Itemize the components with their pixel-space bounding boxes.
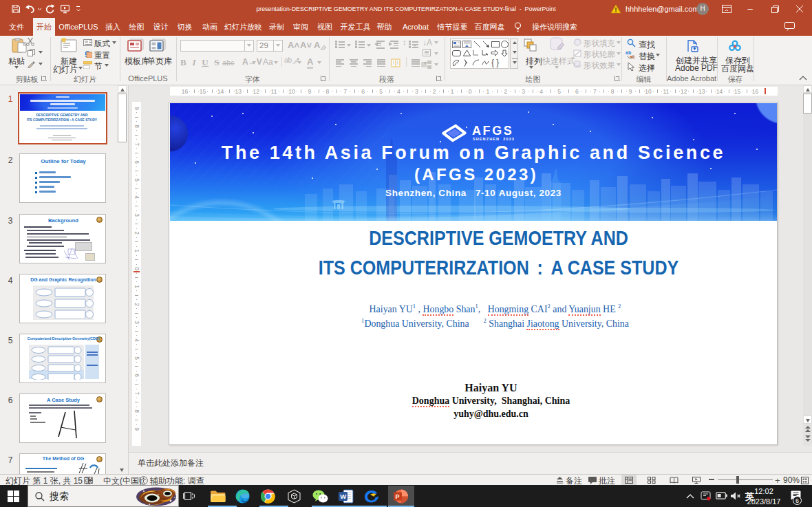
svg-text:W: W [340,493,346,500]
svg-text:P: P [396,493,400,500]
